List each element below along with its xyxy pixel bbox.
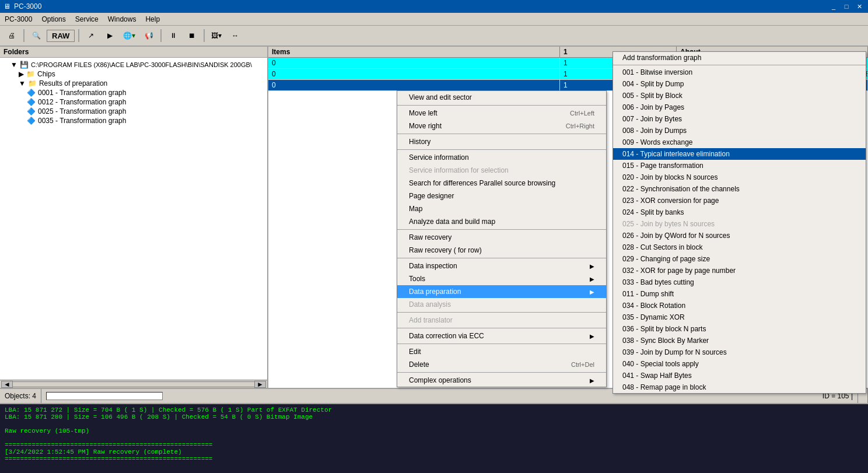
rsub-009[interactable]: 009 - Words exchange <box>613 136 866 148</box>
ctx-sep-3 <box>397 149 606 150</box>
rsub-026[interactable]: 026 - Join by QWord for N sources <box>613 230 866 241</box>
folder-icon: 📁 <box>28 79 37 87</box>
rsub-034[interactable]: 034 - Block Rotation <box>613 300 866 311</box>
rsub-add-graph[interactable]: Add transformation graph <box>613 52 866 64</box>
ctx-data-preparation[interactable]: Data preparation▶ <box>397 285 606 298</box>
ctx-history[interactable]: History <box>397 135 606 148</box>
folder-tree: ▼ 💾 C:\PROGRAM FILES (X86)\ACE LAB\PC-30… <box>0 58 267 380</box>
tree-item-label: 0035 - Transformation graph <box>38 117 126 125</box>
log-line-6: [3/24/2022 1:52:45 PM] Raw recovery (com… <box>5 449 863 456</box>
app-icon: 🖥 <box>4 2 10 10</box>
ctx-page-designer[interactable]: Page designer <box>397 190 606 202</box>
menu-pc3000[interactable]: PC-3000 <box>0 14 37 24</box>
rsub-020[interactable]: 020 - Join by blocks N sources <box>613 171 866 183</box>
item-icon: 🔷 <box>27 89 36 97</box>
tree-item-0035[interactable]: 🔷 0035 - Transformation graph <box>2 116 265 125</box>
tree-item-label: Results of preparation <box>39 79 107 87</box>
close-button[interactable]: ✕ <box>854 2 864 11</box>
rsub-004[interactable]: 004 - Split by Dump <box>613 78 866 90</box>
print-button[interactable]: 🖨 <box>4 27 20 44</box>
tree-item-results[interactable]: ▼ 📁 Results of preparation <box>2 79 265 88</box>
expand-icon: ▼ <box>10 61 18 69</box>
menu-service[interactable]: Service <box>71 14 103 24</box>
menu-options[interactable]: Options <box>37 14 70 24</box>
ctx-data-correction[interactable]: Data correction via ECC▶ <box>397 330 606 342</box>
rsub-041[interactable]: 041 - Swap Half Bytes <box>613 370 866 381</box>
rsub-035[interactable]: 035 - Dynamic XOR <box>613 311 866 323</box>
ctx-move-left[interactable]: Move leftCtrl+Left <box>397 107 606 120</box>
rsub-025[interactable]: 025 - Join by bytes N sources <box>613 218 866 230</box>
ctx-complex-ops[interactable]: Complex operations▶ <box>397 374 606 387</box>
log-line-7: ========================================… <box>5 456 863 463</box>
tree-item-chips[interactable]: ▶ 📁 Chips <box>2 69 265 79</box>
ctx-edit[interactable]: Edit <box>397 345 606 358</box>
rsub-032[interactable]: 032 - XOR for page by page number <box>613 265 866 276</box>
rsub-038[interactable]: 038 - Sync Block By Marker <box>613 335 866 346</box>
export-button[interactable]: ↗ <box>83 27 99 44</box>
rsub-029[interactable]: 029 - Changing of page size <box>613 253 866 265</box>
ctx-view-edit-sector[interactable]: View and edit sector <box>397 91 606 104</box>
ctx-delete[interactable]: DeleteCtrl+Del <box>397 358 606 371</box>
tree-item-label: 0001 - Transformation graph <box>38 89 126 97</box>
minimize-button[interactable]: _ <box>828 2 839 11</box>
rsub-048[interactable]: 048 - Remap page in block <box>613 381 866 393</box>
ctx-search-diff[interactable]: Search for differences Parallel source b… <box>397 177 606 190</box>
rsub-040[interactable]: 040 - Special tools apply <box>613 358 866 370</box>
stop-button[interactable]: ⏹ <box>184 27 200 44</box>
rsub-008[interactable]: 008 - Join by Dumps <box>613 125 866 136</box>
ctx-tools[interactable]: Tools▶ <box>397 272 606 285</box>
item-icon: 🔷 <box>27 107 36 115</box>
pause-button[interactable]: ⏸ <box>165 27 181 44</box>
rsub-011[interactable]: 011 - Dump shift <box>613 288 866 300</box>
arrow-button[interactable]: ↔ <box>227 27 243 44</box>
tree-item-0025[interactable]: 🔷 0025 - Transformation graph <box>2 107 265 116</box>
rsub-024[interactable]: 024 - Split by banks <box>613 206 866 218</box>
rsub-023[interactable]: 023 - XOR conversion for page <box>613 195 866 206</box>
ctx-analyze[interactable]: Analyze data and build map <box>397 215 606 228</box>
ctx-raw-recovery-row[interactable]: Raw recovery ( for row) <box>397 244 606 257</box>
ctx-add-translator: Add translator <box>397 314 606 327</box>
log-line-0: LBA: 15 871 272 | Size = 704 B ( 1 S) | … <box>5 407 863 414</box>
speaker-button[interactable]: 📢 <box>141 27 157 44</box>
play-button[interactable]: ▶ <box>102 27 118 44</box>
scroll-right-btn[interactable]: ► <box>254 381 266 388</box>
tree-item-label: 0012 - Transformation graph <box>38 98 126 106</box>
menu-help[interactable]: Help <box>141 14 164 24</box>
menu-windows[interactable]: Windows <box>103 14 141 24</box>
cell-items-0: 0 <box>268 58 560 68</box>
ctx-move-right[interactable]: Move rightCtrl+Right <box>397 120 606 132</box>
item-icon: 🔷 <box>27 98 36 106</box>
globe-button[interactable]: 🌐▾ <box>120 27 138 44</box>
maximize-button[interactable]: □ <box>841 2 852 11</box>
folders-header: Folders <box>0 47 267 58</box>
image-button[interactable]: 🖼▾ <box>208 27 225 44</box>
tree-item-root[interactable]: ▼ 💾 C:\PROGRAM FILES (X86)\ACE LAB\PC-30… <box>2 60 265 69</box>
rsub-sep-1 <box>613 65 866 65</box>
ctx-raw-recovery[interactable]: Raw recovery <box>397 231 606 244</box>
raw-label: RAW <box>47 30 75 42</box>
rsub-039[interactable]: 039 - Join by Dump for N sources <box>613 346 866 358</box>
rsub-006[interactable]: 006 - Join by Pages <box>613 101 866 113</box>
scroll-left-btn[interactable]: ◄ <box>1 381 13 388</box>
tree-item-0012[interactable]: 🔷 0012 - Transformation graph <box>2 97 265 107</box>
bottom-panel: LBA: 15 871 272 | Size = 704 B ( 1 S) | … <box>0 403 868 473</box>
rsub-036[interactable]: 036 - Split by block N parts <box>613 323 866 335</box>
scrollbar-track-h <box>13 381 254 387</box>
ctx-service-info[interactable]: Service information <box>397 151 606 164</box>
rsub-028[interactable]: 028 - Cut Sectors in block <box>613 241 866 253</box>
rsub-005[interactable]: 005 - Split by Block <box>613 90 866 101</box>
rsub-007[interactable]: 007 - Join by Bytes <box>613 113 866 125</box>
rsub-015[interactable]: 015 - Page transformation <box>613 160 866 171</box>
tree-item-label: 0025 - Transformation graph <box>38 107 126 115</box>
rsub-001[interactable]: 001 - Bitwise inversion <box>613 66 866 78</box>
ctx-sep-5 <box>397 258 606 258</box>
ctx-data-inspection[interactable]: Data inspection▶ <box>397 260 606 272</box>
rsub-033[interactable]: 033 - Bad bytes cutting <box>613 276 866 288</box>
ctx-map[interactable]: Map <box>397 202 606 215</box>
tree-item-0001[interactable]: 🔷 0001 - Transformation graph <box>2 88 265 97</box>
rsub-014[interactable]: 014 - Typical interleave elimination <box>613 148 866 160</box>
search-button[interactable]: 🔍 <box>28 27 44 44</box>
ctx-sep-9 <box>397 372 606 373</box>
rsub-022[interactable]: 022 - Synchronisation of the channels <box>613 183 866 195</box>
titlebar-controls: _ □ ✕ <box>828 2 864 11</box>
